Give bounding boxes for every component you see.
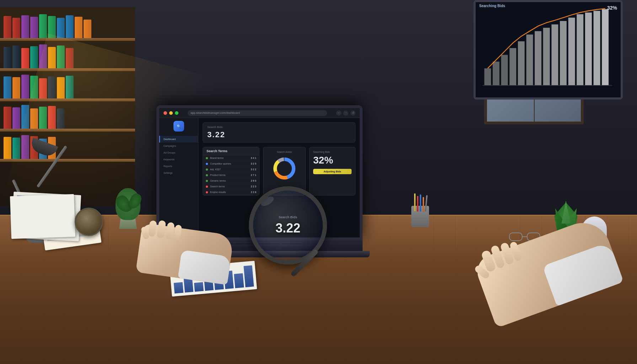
donut-chart [272, 156, 297, 181]
stats-row: Search Bids 3.22 [203, 122, 355, 143]
search-bids-card: Search Bids 3.22 [203, 122, 355, 143]
nav-icon-1[interactable]: ← [336, 111, 341, 116]
search-bids-value: 3.22 [207, 130, 351, 139]
table-cell-value: 2 7 1 [251, 174, 256, 176]
maximize-dot[interactable] [175, 111, 178, 115]
table-cell-name: Generic terms [210, 180, 248, 182]
sidebar-item-settings[interactable]: Settings [159, 170, 198, 176]
svg-rect-11 [577, 14, 583, 85]
sidebar-item-dashboard[interactable]: Dashboard [159, 136, 198, 143]
svg-point-20 [277, 161, 291, 176]
status-dot [206, 157, 208, 159]
status-dot [206, 186, 208, 188]
svg-rect-9 [560, 21, 567, 85]
status-dot [206, 180, 208, 182]
minimize-dot[interactable] [169, 111, 173, 115]
pencil-holder [410, 199, 431, 227]
magnify-label: Search Bids [279, 215, 297, 219]
nav-icon-2[interactable]: → [343, 111, 348, 116]
table-cell-value: 3 2 2 [251, 168, 256, 171]
table-cell-value: 3 2 5 [251, 162, 256, 165]
table-cell-name: Brand terms [210, 157, 248, 159]
magnifying-glass[interactable]: Search Bids 3.22 [249, 186, 355, 293]
monitor-bg-title: Searching Bids [479, 4, 505, 8]
svg-rect-12 [585, 12, 592, 85]
svg-rect-2 [501, 55, 508, 85]
svg-rect-1 [493, 61, 499, 85]
magnify-value: 3.22 [275, 221, 300, 236]
svg-rect-3 [509, 48, 516, 85]
search-terms-header: Search Terms [203, 147, 259, 155]
table-row[interactable]: Product terms 2 7 1 [203, 172, 259, 178]
svg-rect-13 [594, 11, 600, 85]
status-dot [206, 168, 208, 171]
svg-rect-8 [551, 25, 558, 85]
bids-percent: 32% [313, 155, 352, 166]
table-cell-value: 3 4 1 [251, 157, 256, 159]
donut-title: Search Areas [277, 151, 292, 153]
sidebar-item-adgroups[interactable]: Ad Groups [159, 149, 198, 156]
adjust-bids-button[interactable]: Adjusting Bids [313, 169, 352, 174]
desk-plant-left [114, 186, 142, 229]
svg-rect-5 [526, 34, 533, 85]
monitor-bg-percent: 32% [607, 5, 617, 11]
status-dot [206, 174, 208, 176]
sidebar-item-reports[interactable]: Reports [159, 163, 198, 170]
search-terms-title: Search Terms [207, 149, 256, 153]
status-dot [206, 163, 208, 165]
status-dot [206, 191, 208, 193]
bookshelf [0, 7, 135, 206]
table-row[interactable]: Brand terms 3 4 1 [203, 155, 259, 161]
svg-rect-6 [535, 31, 541, 85]
svg-rect-7 [543, 28, 550, 85]
searching-bids-label: Searching Bids [313, 151, 352, 153]
sidebar-item-campaigns[interactable]: Campaigns [159, 143, 198, 149]
svg-rect-10 [568, 18, 575, 85]
table-cell-name: Engine results [210, 191, 248, 193]
table-row[interactable]: Competitor queries 3 2 5 [203, 161, 259, 167]
svg-rect-0 [484, 68, 491, 85]
svg-rect-14 [602, 9, 609, 85]
desk-compass [75, 208, 103, 236]
svg-rect-4 [518, 41, 525, 85]
screen-sidebar: 🔍 Dashboard Campaigns Ad Groups Keywords… [159, 118, 198, 237]
hand-left [139, 229, 231, 279]
url-bar[interactable]: app.searchbidmanager.com/dashboard [191, 111, 240, 114]
search-bids-label: Search Bids [207, 125, 351, 129]
table-cell-name: Product terms [210, 174, 248, 176]
table-cell-value: 2 6 0 [251, 180, 256, 182]
background-monitor: Searching Bids [473, 0, 623, 100]
papers-stack [11, 190, 82, 240]
table-cell-name: Adj. 4337 [210, 168, 248, 171]
table-row[interactable]: Adj. 4337 3 2 2 [203, 167, 259, 172]
table-cell-name: Competitor queries [210, 162, 248, 165]
reload-icon[interactable]: ↺ [350, 111, 355, 116]
hand-right [466, 208, 616, 307]
table-cell-name: Search terms [210, 185, 248, 188]
sidebar-item-keywords[interactable]: Keywords [159, 156, 198, 163]
table-row[interactable]: Generic terms 2 6 0 [203, 178, 259, 184]
screen-header: app.searchbidmanager.com/dashboard ← → ↺ [159, 108, 360, 118]
scene: Searching Bids [0, 0, 637, 364]
app-logo: 🔍 [173, 121, 184, 132]
close-dot[interactable] [164, 111, 167, 115]
